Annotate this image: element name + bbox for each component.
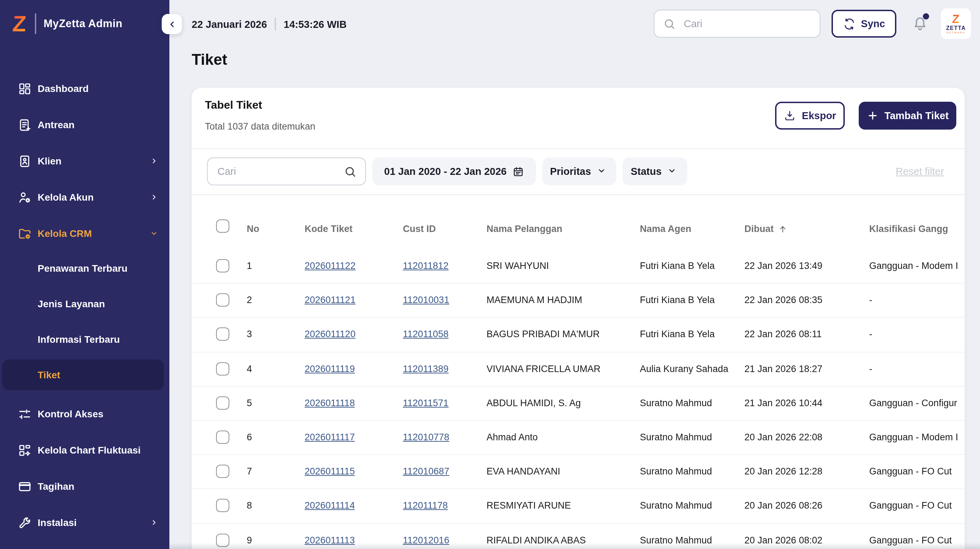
column-header-label: No bbox=[247, 224, 259, 234]
cell-dibuat: 21 Jan 2026 18:27 bbox=[745, 352, 822, 386]
notification-dot bbox=[923, 13, 929, 19]
chevron-down-icon bbox=[597, 165, 608, 177]
app-root: Z MyZetta Admin DashboardAntreanKlienKel… bbox=[0, 0, 980, 549]
export-button[interactable]: Ekspor bbox=[775, 102, 845, 130]
export-label: Ekspor bbox=[802, 110, 836, 121]
current-time: 14:53:26 WIB bbox=[284, 19, 347, 30]
table-row: 22026011121112010031MAEMUNA M HADJIMFutr… bbox=[192, 284, 965, 318]
global-search bbox=[654, 10, 820, 38]
cust-id-link[interactable]: 112011389 bbox=[403, 363, 449, 374]
row-checkbox[interactable] bbox=[216, 465, 229, 478]
cell-dibuat: 20 Jan 2026 08:26 bbox=[745, 489, 822, 523]
kode-tiket-link[interactable]: 2026011117 bbox=[305, 432, 355, 443]
column-header-klasifikasi[interactable]: Klasifikasi Gangg bbox=[869, 224, 948, 234]
card-title: Tabel Tiket bbox=[205, 99, 262, 111]
sidebar: Z MyZetta Admin DashboardAntreanKlienKel… bbox=[0, 0, 169, 549]
cell-kode: 2026011119 bbox=[305, 352, 355, 386]
reset-filter-link[interactable]: Reset filter bbox=[896, 157, 944, 185]
row-checkbox[interactable] bbox=[216, 328, 229, 341]
cust-id-link[interactable]: 112011178 bbox=[403, 501, 448, 511]
sidebar-subitem-penawaran-terbaru[interactable]: Penawaran Terbaru bbox=[0, 253, 169, 284]
cell-pelanggan: BAGUS PRIBADI MA'MUR bbox=[487, 318, 600, 351]
table-search-input[interactable] bbox=[216, 165, 338, 178]
cust-id-link[interactable]: 112010687 bbox=[403, 466, 449, 476]
datetime: 22 Januari 2026 14:53:26 WIB bbox=[192, 14, 347, 34]
sync-button[interactable]: Sync bbox=[832, 10, 896, 38]
row-checkbox[interactable] bbox=[216, 259, 229, 273]
select-all-checkbox[interactable] bbox=[216, 219, 229, 233]
kode-tiket-link[interactable]: 2026011120 bbox=[305, 329, 355, 340]
priority-filter[interactable]: Prioritas bbox=[542, 157, 616, 185]
sidebar-item-dashboard[interactable]: Dashboard bbox=[0, 72, 169, 105]
cell-kode: 2026011121 bbox=[305, 284, 355, 317]
sidebar-item-kontrol-akses[interactable]: Kontrol Akses bbox=[0, 397, 169, 430]
row-checkbox[interactable] bbox=[216, 362, 229, 375]
cell-cust: 112010687 bbox=[403, 455, 449, 489]
sliders-icon bbox=[18, 406, 32, 421]
column-header-label: Nama Pelanggan bbox=[487, 224, 563, 234]
column-header-label: Klasifikasi Gangg bbox=[869, 224, 948, 234]
sidebar-item-instalasi[interactable]: Instalasi bbox=[0, 506, 169, 539]
column-header-agen[interactable]: Nama Agen bbox=[640, 224, 691, 234]
client-card-icon bbox=[18, 154, 32, 168]
sidebar-item-kelola-crm[interactable]: Kelola CRM bbox=[0, 217, 169, 250]
cell-no: 4 bbox=[247, 352, 252, 386]
cust-id-link[interactable]: 112011058 bbox=[403, 329, 449, 340]
cell-dibuat: 22 Jan 2026 08:11 bbox=[745, 318, 822, 351]
cell-pelanggan: RESMIYATI ARUNE bbox=[487, 489, 571, 523]
add-ticket-label: Tambah Tiket bbox=[885, 110, 949, 121]
search-icon bbox=[344, 165, 357, 178]
cust-id-link[interactable]: 112011812 bbox=[403, 260, 449, 271]
column-header-kode[interactable]: Kode Tiket bbox=[305, 224, 353, 234]
user-gear-icon bbox=[18, 190, 32, 205]
cell-no: 6 bbox=[247, 421, 252, 454]
sidebar-subitem-jenis-layanan[interactable]: Jenis Layanan bbox=[0, 289, 169, 319]
column-header-cust[interactable]: Cust ID bbox=[403, 224, 436, 234]
row-checkbox[interactable] bbox=[216, 430, 229, 444]
cust-id-link[interactable]: 112010031 bbox=[403, 295, 449, 305]
row-checkbox[interactable] bbox=[216, 293, 229, 306]
row-checkbox[interactable] bbox=[216, 499, 229, 513]
sidebar-item-klien[interactable]: Klien bbox=[0, 144, 169, 178]
cell-klasifikasi: Gangguan - Modem I bbox=[869, 421, 958, 454]
row-checkbox[interactable] bbox=[216, 397, 229, 410]
notifications-bell-icon[interactable] bbox=[911, 14, 929, 33]
cell-pelanggan: MAEMUNA M HADJIM bbox=[487, 284, 582, 317]
cust-id-link[interactable]: 112011571 bbox=[403, 398, 449, 408]
kode-tiket-link[interactable]: 2026011119 bbox=[305, 363, 355, 374]
kode-tiket-link[interactable]: 2026011118 bbox=[305, 398, 355, 408]
sidebar-item-kelola-chart-fluktuasi[interactable]: Kelola Chart Fluktuasi bbox=[0, 433, 169, 467]
sidebar-collapse-button[interactable] bbox=[162, 14, 182, 34]
date-range-filter[interactable]: 01 Jan 2020 - 22 Jan 2026 bbox=[372, 157, 536, 185]
cell-no: 1 bbox=[247, 249, 252, 283]
status-filter[interactable]: Status bbox=[622, 157, 687, 185]
kode-tiket-link[interactable]: 2026011122 bbox=[305, 260, 355, 271]
cell-cust: 112011571 bbox=[403, 387, 449, 420]
table-header: NoKode TiketCust IDNama PelangganNama Ag… bbox=[192, 199, 965, 249]
sidebar-item-tagihan[interactable]: Tagihan bbox=[0, 470, 169, 503]
sidebar-subitem-informasi-terbaru[interactable]: Informasi Terbaru bbox=[0, 324, 169, 355]
brand-divider bbox=[35, 13, 36, 34]
billing-card-icon bbox=[18, 479, 32, 493]
sidebar-subitem-label: Penawaran Terbaru bbox=[38, 263, 127, 274]
sidebar-item-kelola-akun[interactable]: Kelola Akun bbox=[0, 181, 169, 214]
global-search-input[interactable] bbox=[682, 17, 811, 30]
add-ticket-button[interactable]: Tambah Tiket bbox=[859, 102, 956, 130]
kode-tiket-link[interactable]: 2026011115 bbox=[305, 466, 355, 476]
kode-tiket-link[interactable]: 2026011114 bbox=[305, 501, 355, 511]
cell-dibuat: 20 Jan 2026 12:28 bbox=[745, 455, 822, 489]
cust-id-link[interactable]: 112010778 bbox=[403, 432, 449, 443]
ticket-table-card: Tabel Tiket Total 1037 data ditemukan Ek… bbox=[192, 88, 965, 549]
kode-tiket-link[interactable]: 2026011121 bbox=[305, 295, 355, 305]
column-header-pelanggan[interactable]: Nama Pelanggan bbox=[487, 224, 563, 234]
sidebar-item-antrean[interactable]: Antrean bbox=[0, 108, 169, 141]
column-header-no[interactable]: No bbox=[247, 224, 259, 234]
cell-klasifikasi: - bbox=[869, 284, 872, 317]
sidebar-item-label: Kelola Akun bbox=[38, 192, 94, 203]
priority-label: Prioritas bbox=[550, 166, 591, 177]
search-icon bbox=[663, 17, 676, 30]
column-header-dibuat[interactable]: Dibuat bbox=[745, 224, 788, 234]
cell-agen: Futri Kiana B Yela bbox=[640, 249, 715, 283]
table-search bbox=[207, 157, 366, 185]
sidebar-subitem-tiket[interactable]: Tiket bbox=[2, 360, 164, 390]
